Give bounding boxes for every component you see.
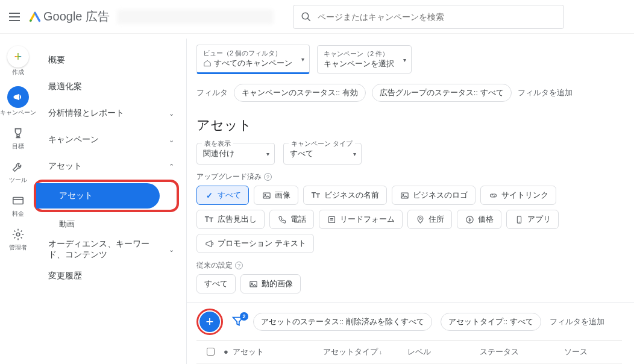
search-input[interactable] xyxy=(318,12,556,22)
asset-type-chip[interactable]: 住所 xyxy=(407,210,452,229)
help-icon[interactable]: ? xyxy=(264,173,272,181)
chevron-up-icon: ⌃ xyxy=(169,163,174,171)
svg-point-1 xyxy=(302,13,309,19)
wrench-icon xyxy=(11,160,25,175)
th-source[interactable]: ソース xyxy=(564,347,617,357)
add-filter-link-2[interactable]: フィルタを追加 xyxy=(550,316,604,327)
sidebar-overview[interactable]: 概要 xyxy=(36,47,186,74)
filter-chip-asset-type[interactable]: アセットタイプ:: すべて xyxy=(441,313,541,331)
rail-admin[interactable]: 管理者 xyxy=(9,228,27,251)
chevron-down-icon: ⌄ xyxy=(169,110,174,118)
view-selector[interactable]: ビュー（2 個のフィルタ） すべてのキャンペーン ▾ xyxy=(196,45,310,74)
sort-down-icon: ↓ xyxy=(379,349,382,356)
filter-chip-campaign-status[interactable]: キャンペーンのステータス:: 有効 xyxy=(234,84,366,102)
svg-point-0 xyxy=(30,19,32,22)
form-icon xyxy=(327,215,336,224)
asset-type-chip[interactable]: Tᴛ広告見出し xyxy=(196,210,265,229)
gear-icon xyxy=(11,228,25,243)
card-icon xyxy=(11,194,25,209)
logo-text-suffix: 広告 xyxy=(86,10,110,23)
hamburger-icon[interactable] xyxy=(7,10,22,24)
highlight-box: アセット xyxy=(34,180,179,212)
chevron-down-icon: ⌄ xyxy=(169,246,174,254)
asset-type-chip[interactable]: 動的画像 xyxy=(240,274,301,293)
rail-billing[interactable]: 料金 xyxy=(11,194,25,217)
filter-chip-adgroup-status[interactable]: 広告グループのステータス:: すべて xyxy=(372,84,512,102)
sidebar-assets-active[interactable]: アセット xyxy=(36,183,160,209)
home-icon xyxy=(203,59,212,67)
funnel-count-badge: 2 xyxy=(240,312,248,321)
logo-text-google: Google xyxy=(43,10,83,23)
asset-type-chip[interactable]: リードフォーム xyxy=(319,210,403,229)
asset-type-chip[interactable]: ビジネスのロゴ xyxy=(392,186,476,205)
product-logo: Google 広告 xyxy=(29,8,110,25)
sidebar-audience[interactable]: オーディエンス、キーワード、コンテンツ⌄ xyxy=(36,236,186,263)
caret-icon: ▾ xyxy=(403,56,406,63)
rail-tools[interactable]: ツール xyxy=(9,160,27,183)
rail-create[interactable]: + 作成 xyxy=(7,46,29,75)
upgraded-label: アップグレード済み xyxy=(196,172,262,182)
svg-point-3 xyxy=(16,233,20,236)
image-icon xyxy=(262,190,271,200)
asset-type-chip[interactable]: 価格 xyxy=(457,210,501,229)
filter-funnel-button[interactable]: 2 xyxy=(231,315,245,330)
sidebar-optimization[interactable]: 最適化案 xyxy=(36,74,186,100)
image-icon xyxy=(248,279,258,289)
asset-type-chip[interactable]: ✓すべて xyxy=(196,186,249,205)
help-icon[interactable]: ? xyxy=(235,262,243,269)
trophy-icon xyxy=(11,127,25,142)
phone-icon xyxy=(277,215,287,224)
svg-rect-2 xyxy=(13,198,24,204)
add-filter-link[interactable]: フィルタを追加 xyxy=(518,87,573,98)
asset-type-chip[interactable]: 画像 xyxy=(254,186,298,205)
table-display-select[interactable]: 表を表示 関連付け ▾ xyxy=(196,143,275,165)
search-box[interactable] xyxy=(293,5,564,29)
sidebar-campaigns[interactable]: キャンペーン⌄ xyxy=(36,127,186,153)
assets-table: ● アセット アセットタイプ↓ レベル ステータス ソース アカウント xyxy=(196,340,622,364)
highlight-circle: + xyxy=(196,309,223,335)
add-asset-button[interactable]: + xyxy=(199,312,220,332)
sidebar-history[interactable]: 変更履歴 xyxy=(36,263,186,289)
promo-icon xyxy=(204,239,214,248)
asset-type-chip[interactable]: アプリ xyxy=(506,210,559,229)
chevron-down-icon: ⌄ xyxy=(169,136,174,144)
filter-label: フィルタ xyxy=(196,87,228,98)
filter-chip-asset-status[interactable]: アセットのステータス:: 削除済みを除くすべて xyxy=(253,313,432,331)
account-info-blurred xyxy=(117,10,274,24)
sidebar-insights[interactable]: 分析情報とレポート⌄ xyxy=(36,100,186,127)
megaphone-icon xyxy=(7,86,29,108)
th-level[interactable]: レベル xyxy=(407,347,480,357)
asset-type-chip[interactable]: Tᴛビジネスの名前 xyxy=(303,186,387,205)
asset-type-chip[interactable]: 電話 xyxy=(269,210,314,229)
sidebar-video[interactable]: 動画 xyxy=(36,212,186,236)
caret-icon: ▾ xyxy=(353,151,356,157)
pin-icon xyxy=(415,215,425,224)
svg-rect-8 xyxy=(328,216,334,222)
tt-icon: Tᴛ xyxy=(204,215,214,224)
rail-campaigns[interactable]: キャンペーン xyxy=(0,86,36,116)
th-status[interactable]: ステータス xyxy=(480,347,564,357)
th-asset-type[interactable]: アセットタイプ↓ xyxy=(323,347,407,357)
sidebar-assets[interactable]: アセット⌃ xyxy=(36,153,186,180)
th-asset[interactable]: アセット xyxy=(233,347,323,357)
caret-icon: ▾ xyxy=(266,151,269,157)
plus-icon: + xyxy=(7,46,29,67)
search-icon xyxy=(301,11,312,22)
campaign-selector[interactable]: キャンペーン（2 件） キャンペーンを選択 ▾ xyxy=(317,45,412,74)
link-icon xyxy=(488,190,498,200)
asset-type-chip[interactable]: サイトリンク xyxy=(480,186,556,205)
svg-point-9 xyxy=(419,218,421,219)
campaign-type-select[interactable]: キャンペーン タイプ すべて ▾ xyxy=(283,143,362,165)
app-icon xyxy=(514,215,524,224)
caret-icon: ▾ xyxy=(301,55,304,62)
rail-goals[interactable]: 目標 xyxy=(11,127,25,149)
image-icon xyxy=(400,190,409,200)
legacy-label: 従来の設定 xyxy=(196,260,233,271)
asset-type-chip[interactable]: プロモーション テキスト xyxy=(196,234,314,253)
asset-type-chip[interactable]: すべて xyxy=(196,274,236,293)
separator xyxy=(187,302,634,303)
select-all-checkbox[interactable] xyxy=(207,348,215,356)
status-dot-header: ● xyxy=(219,347,233,356)
section-title: アセット xyxy=(196,116,622,134)
check-icon: ✓ xyxy=(204,190,214,200)
